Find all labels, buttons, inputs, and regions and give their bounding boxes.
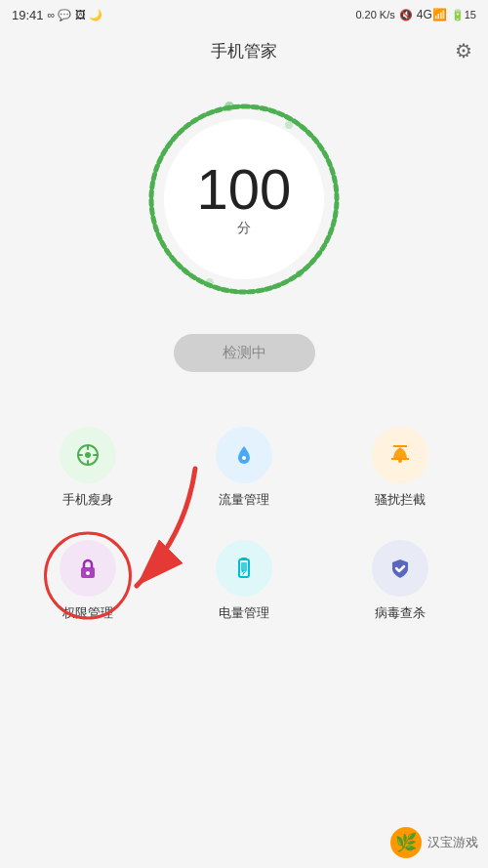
power-label: 电量管理: [219, 604, 269, 622]
battery-display: 🔋15: [451, 9, 476, 21]
feature-permission[interactable]: 权限管理: [10, 524, 166, 638]
app-header: 手机管家 ⚙: [0, 29, 488, 72]
phone-slim-label: 手机瘦身: [62, 491, 113, 509]
feature-phone-slim[interactable]: 手机瘦身: [10, 411, 166, 524]
score-value: 100: [197, 161, 292, 218]
network-speed: 0.20 K/s: [355, 9, 394, 21]
score-unit: 分: [237, 220, 251, 237]
svg-rect-12: [398, 459, 402, 463]
feature-disturbance[interactable]: 骚扰拦截: [322, 411, 478, 524]
watermark-icon: 🌿: [390, 827, 422, 858]
watermark: 🌿 汉宝游戏: [390, 827, 478, 858]
status-right-icons: 0.20 K/s 🔇 4G📶 🔋15: [355, 8, 476, 21]
header-title: 手机管家: [211, 40, 277, 62]
permission-label: 权限管理: [62, 604, 113, 622]
watermark-text: 汉宝游戏: [427, 834, 478, 851]
score-circle-container: 100 分: [137, 92, 351, 307]
svg-point-14: [86, 571, 90, 575]
status-time: 19:41 ∞ 💬 🖼 🌙: [12, 8, 102, 22]
svg-rect-16: [241, 558, 247, 560]
permission-icon: [60, 540, 116, 597]
status-bar: 19:41 ∞ 💬 🖼 🌙 0.20 K/s 🔇 4G📶 🔋15: [0, 0, 488, 29]
virus-label: 病毒查杀: [375, 604, 426, 622]
main-content: 100 分 检测中 手机瘦身: [0, 72, 488, 638]
power-icon: [216, 540, 272, 597]
settings-button[interactable]: ⚙: [455, 39, 472, 62]
feature-power[interactable]: 电量管理: [166, 524, 322, 638]
feature-virus[interactable]: 病毒查杀: [322, 524, 478, 638]
svg-rect-17: [241, 562, 247, 571]
mute-icon: 🔇: [399, 9, 413, 21]
score-display: 100 分: [197, 161, 292, 237]
virus-icon: [372, 540, 428, 597]
phone-slim-icon: [60, 427, 116, 483]
svg-point-9: [242, 456, 246, 460]
detect-button[interactable]: 检测中: [174, 334, 315, 372]
time-display: 19:41: [12, 8, 44, 22]
disturbance-icon: [372, 427, 428, 483]
traffic-label: 流量管理: [219, 491, 269, 509]
disturbance-label: 骚扰拦截: [375, 491, 426, 509]
feature-grid: 手机瘦身 流量管理 骚扰拦截: [0, 411, 488, 638]
feature-traffic[interactable]: 流量管理: [166, 411, 322, 524]
status-icons: ∞ 💬 🖼 🌙: [48, 9, 102, 21]
traffic-icon: [216, 427, 272, 483]
svg-point-4: [85, 452, 91, 458]
signal-icon: 4G📶: [417, 8, 447, 21]
